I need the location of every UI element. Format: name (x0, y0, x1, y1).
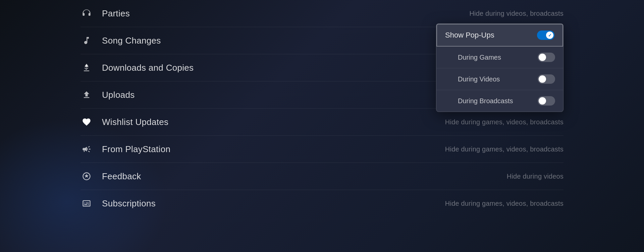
heart-icon (80, 116, 93, 128)
from-playstation-status: Hide during games, videos, broadcasts (445, 145, 564, 153)
during-games-label: During Games (451, 54, 501, 61)
song-changes-label: Song Changes (102, 36, 161, 46)
menu-left-parties: Parties (80, 7, 130, 19)
during-games-knob (539, 54, 546, 61)
menu-item-from-playstation[interactable]: From PlayStation Hide during games, vide… (80, 136, 564, 163)
megaphone-icon (80, 143, 93, 155)
feedback-status: Hide during videos (507, 173, 564, 180)
menu-left-feedback: Feedback (80, 170, 141, 182)
parties-label: Parties (102, 8, 130, 19)
download-icon (80, 62, 93, 74)
during-games-toggle[interactable] (538, 53, 555, 62)
during-broadcasts-item[interactable]: During Broadcasts (436, 90, 563, 112)
during-broadcasts-label: During Broadcasts (451, 97, 513, 105)
parties-status: Hide during videos, broadcasts (469, 10, 564, 17)
menu-item-feedback[interactable]: Feedback Hide during videos (80, 163, 564, 190)
upload-icon (80, 89, 93, 101)
during-videos-knob (539, 75, 546, 83)
subscriptions-icon (80, 197, 93, 209)
menu-item-parties[interactable]: Parties Hide during videos, broadcasts S… (80, 0, 564, 27)
feedback-label: Feedback (102, 171, 141, 182)
menu-item-subscriptions[interactable]: Subscriptions Hide during games, videos,… (80, 190, 564, 217)
during-broadcasts-toggle[interactable] (538, 96, 555, 106)
headset-icon (80, 7, 93, 19)
subscriptions-label: Subscriptions (102, 198, 156, 209)
during-videos-toggle[interactable] (538, 74, 555, 84)
popup-dropdown: Show Pop-Ups ✓ During Games D (436, 23, 564, 112)
uploads-label: Uploads (102, 90, 135, 100)
menu-list: Parties Hide during videos, broadcasts S… (0, 0, 644, 217)
show-popups-toggle[interactable]: ✓ (537, 30, 554, 40)
check-icon: ✓ (548, 33, 552, 38)
show-popups-item[interactable]: Show Pop-Ups ✓ (436, 24, 563, 47)
from-playstation-label: From PlayStation (102, 144, 170, 154)
during-games-item[interactable]: During Games (436, 47, 563, 68)
svg-marker-1 (85, 174, 89, 178)
downloads-label: Downloads and Copies (102, 63, 194, 73)
menu-left-song-changes: Song Changes (80, 35, 161, 47)
menu-left-subscriptions: Subscriptions (80, 197, 156, 209)
menu-left-downloads: Downloads and Copies (80, 62, 194, 74)
wishlist-status: Hide during games, videos, broadcasts (445, 118, 564, 126)
main-container: Parties Hide during videos, broadcasts S… (0, 0, 644, 252)
subscriptions-status: Hide during games, videos, broadcasts (445, 200, 564, 207)
during-videos-item[interactable]: During Videos (436, 68, 563, 90)
star-face-icon (80, 170, 93, 182)
during-videos-label: During Videos (451, 75, 500, 83)
wishlist-label: Wishlist Updates (102, 117, 168, 127)
menu-item-wishlist[interactable]: Wishlist Updates Hide during games, vide… (80, 109, 564, 136)
during-broadcasts-knob (539, 97, 546, 105)
show-popups-knob: ✓ (546, 32, 553, 39)
svg-rect-0 (84, 70, 89, 71)
music-icon (80, 35, 93, 47)
menu-left-wishlist: Wishlist Updates (80, 116, 168, 128)
menu-left-uploads: Uploads (80, 89, 135, 101)
show-popups-label: Show Pop-Ups (445, 31, 494, 40)
menu-left-from-playstation: From PlayStation (80, 143, 170, 155)
